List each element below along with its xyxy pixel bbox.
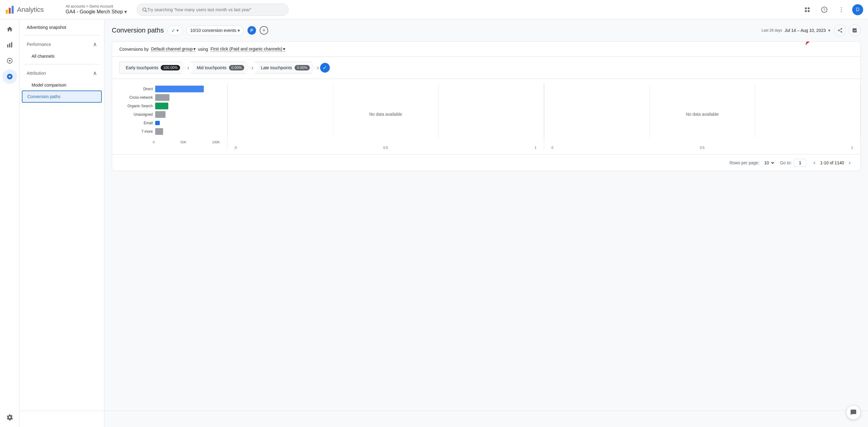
conversion-events-arrow: ▾ xyxy=(238,28,240,33)
more-menu-button[interactable] xyxy=(835,4,847,16)
mid-touchpoints-chart: No data available 0 0.5 1 xyxy=(227,84,544,149)
nav-advertising-snapshot[interactable]: Advertising snapshot xyxy=(20,22,104,33)
chart-dim-text1: Conversions by xyxy=(119,47,149,52)
next-page-button[interactable]: › xyxy=(846,158,853,167)
advertising-icon xyxy=(6,73,13,80)
bar-track-direct xyxy=(155,86,220,92)
page-header: Conversion paths ✓ ▾ 10/10 conversion ev… xyxy=(104,20,868,41)
dimension-dropdown[interactable]: Default channel group ▾ xyxy=(151,47,195,52)
model-dropdown[interactable]: First click (Paid and organic channels) … xyxy=(211,47,285,52)
nav-sidebar: Advertising snapshot Performance ∧ All c… xyxy=(20,20,104,427)
nav-performance-header[interactable]: Performance ∧ xyxy=(20,38,104,51)
early-touchpoints-badge: 100.00% xyxy=(161,65,180,70)
date-range-arrow: ▾ xyxy=(828,28,830,33)
reports-icon xyxy=(6,41,13,48)
svg-point-13 xyxy=(841,11,842,12)
goto-input[interactable] xyxy=(794,159,806,167)
page-title: Conversion paths xyxy=(112,26,164,34)
insights-button[interactable] xyxy=(848,24,861,36)
add-comparison-button[interactable]: + xyxy=(260,26,268,35)
svg-line-4 xyxy=(146,11,147,12)
header-action-icons xyxy=(834,24,861,36)
svg-point-18 xyxy=(9,60,11,62)
bar-row-organic: Organic Search xyxy=(119,103,220,109)
svg-text:?: ? xyxy=(823,7,825,12)
svg-rect-8 xyxy=(808,10,810,12)
bar-fill-more xyxy=(155,128,163,135)
bar-label-organic: Organic Search xyxy=(119,104,153,108)
bar-chart: Direct Cross-network Organ xyxy=(119,86,220,139)
bar-track-email xyxy=(155,120,220,126)
chat-fab[interactable] xyxy=(846,405,861,420)
early-x-axis: 0 50K 100K xyxy=(119,139,220,144)
help-button[interactable]: ? xyxy=(818,4,830,16)
performance-collapse-icon[interactable]: ∧ xyxy=(93,41,97,48)
late-touchpoints-tab[interactable]: Late touchpoints 0.00% xyxy=(254,62,316,74)
status-filter-chip[interactable]: ✓ ▾ xyxy=(167,26,183,35)
dimension-arrow: ▾ xyxy=(193,47,195,51)
search-bar[interactable] xyxy=(137,4,288,16)
early-touchpoints-tab[interactable]: Early touchpoints 100.00% xyxy=(119,62,186,74)
rows-per-page: Rows per page: 10 25 50 xyxy=(730,159,775,167)
header-actions: ? D xyxy=(801,4,863,16)
mid-touchpoints-tab[interactable]: Mid touchpoints 0.00% xyxy=(190,62,251,74)
svg-rect-16 xyxy=(11,42,12,48)
goto-page: Go to: xyxy=(780,159,806,167)
bar-label-cross-network: Cross-network xyxy=(119,95,153,100)
account-name[interactable]: GA4 - Google Merch Shop ▾ xyxy=(66,8,127,15)
nav-conversion-paths[interactable]: Conversion paths xyxy=(22,91,102,103)
bar-label-email: Email xyxy=(119,121,153,125)
tp-arrow-2: › xyxy=(251,65,253,71)
comparison-p-button[interactable]: P xyxy=(248,26,256,35)
late-touchpoints-chart: No data available 0 0.5 1 xyxy=(544,84,861,149)
check-icon: ✓ xyxy=(171,28,175,33)
sidebar-settings-button[interactable] xyxy=(2,410,17,425)
bar-label-unassigned: Unassigned xyxy=(119,112,153,117)
sidebar-advertising-button[interactable] xyxy=(2,69,17,84)
bar-row-direct: Direct xyxy=(119,86,220,92)
late-x-axis: 0 0.5 1 xyxy=(552,145,854,149)
sidebar-explore-button[interactable] xyxy=(2,54,17,68)
nav-divider-2 xyxy=(24,64,99,64)
touchpoint-tabs: Early touchpoints 100.00% › Mid touchpoi… xyxy=(112,57,860,79)
rows-select[interactable]: 10 25 50 xyxy=(762,159,775,167)
bar-track-organic xyxy=(155,103,220,109)
svg-rect-7 xyxy=(805,10,807,12)
nav-attribution-header[interactable]: Attribution ∧ xyxy=(20,67,104,80)
tp-complete-check[interactable]: ✓ xyxy=(320,63,330,72)
search-input[interactable] xyxy=(147,7,283,12)
tp-arrow-1: › xyxy=(187,65,189,71)
sidebar-reports-button[interactable] xyxy=(2,38,17,52)
prev-page-button[interactable]: ‹ xyxy=(811,158,817,167)
svg-rect-5 xyxy=(805,7,807,9)
attribution-collapse-icon[interactable]: ∧ xyxy=(93,70,97,77)
bar-row-more: 7 more xyxy=(119,128,220,135)
bar-fill-unassigned xyxy=(155,111,165,118)
svg-rect-6 xyxy=(808,7,810,9)
account-dropdown-arrow[interactable]: ▾ xyxy=(124,8,127,15)
status-filter-arrow: ▾ xyxy=(177,28,179,33)
svg-rect-1 xyxy=(9,8,11,13)
red-arrow xyxy=(781,41,836,54)
main-layout: Advertising snapshot Performance ∧ All c… xyxy=(0,20,868,427)
bar-track-more xyxy=(155,128,220,135)
chart-header: Conversions by Default channel group ▾ u… xyxy=(112,41,860,57)
top-header: Analytics All accounts > Demo Account GA… xyxy=(0,0,868,20)
account-info: All accounts > Demo Account GA4 - Google… xyxy=(66,4,127,15)
sidebar-home-button[interactable] xyxy=(2,22,17,36)
conversion-events-chip[interactable]: 10/10 conversion events ▾ xyxy=(186,26,244,35)
bar-row-unassigned: Unassigned xyxy=(119,111,220,118)
grid-icon-button[interactable] xyxy=(801,4,813,16)
main-content: Conversion paths ✓ ▾ 10/10 conversion ev… xyxy=(104,20,868,427)
svg-point-11 xyxy=(841,7,842,8)
settings-icon xyxy=(6,414,13,421)
bar-track-unassigned xyxy=(155,111,220,118)
explore-icon xyxy=(6,57,13,64)
help-icon: ? xyxy=(821,6,828,13)
date-range-selector[interactable]: Last 28 days Jul 14 – Aug 10, 2023 ▾ xyxy=(762,28,831,33)
page-navigation: ‹ 1-10 of 1140 › xyxy=(811,158,853,167)
nav-model-comparison[interactable]: Model comparison xyxy=(20,80,104,91)
share-button[interactable] xyxy=(834,24,846,36)
nav-all-channels[interactable]: All channels xyxy=(20,51,104,62)
avatar[interactable]: D xyxy=(852,4,863,15)
